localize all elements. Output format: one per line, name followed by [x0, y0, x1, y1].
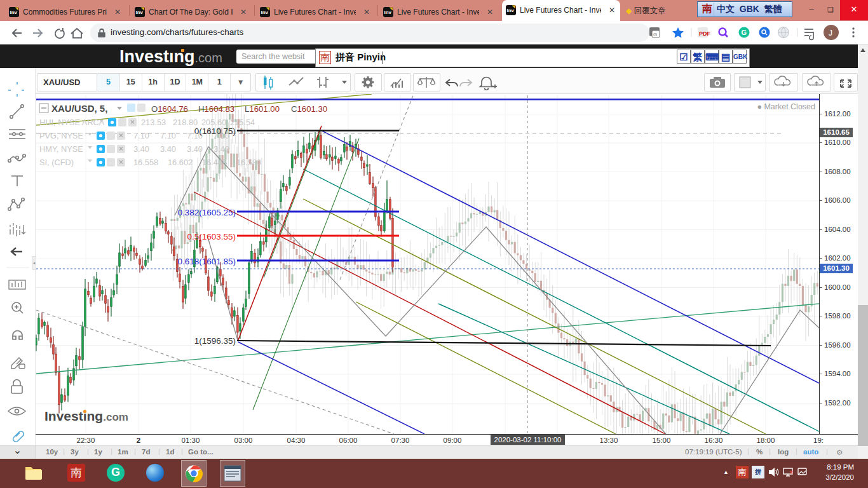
svg-text:7.10: 7.10	[187, 131, 203, 140]
svg-text:3.40: 3.40	[214, 144, 229, 154]
svg-text:● Market Closed: ● Market Closed	[757, 102, 815, 111]
svg-text:205.60: 205.60	[201, 118, 226, 127]
svg-text:3.40: 3.40	[187, 144, 203, 154]
svg-text:16.580: 16.580	[236, 158, 261, 167]
svg-text:J: J	[829, 29, 832, 37]
svg-text:218.80: 218.80	[173, 118, 198, 127]
svg-text:PDF: PDF	[699, 30, 711, 37]
svg-text:7.10: 7.10	[160, 131, 176, 140]
svg-text:C1601.30: C1601.30	[291, 104, 327, 114]
svg-text:SI, (CFD): SI, (CFD)	[39, 158, 74, 167]
svg-text:Investıng.com: Investıng.com	[44, 409, 128, 423]
svg-text:G: G	[653, 32, 657, 37]
svg-text:G: G	[742, 29, 747, 36]
svg-text:16.558: 16.558	[133, 158, 158, 167]
svg-text:✕: ✕	[789, 470, 794, 475]
svg-text:3.40: 3.40	[160, 144, 176, 154]
svg-text:PVG, NYSE: PVG, NYSE	[39, 131, 83, 140]
svg-text:XAU/USD, 5,: XAU/USD, 5,	[51, 103, 107, 114]
svg-text:O1604.76: O1604.76	[151, 104, 188, 114]
svg-text:0.382(1605.25): 0.382(1605.25)	[177, 208, 236, 217]
svg-text:H1604.83: H1604.83	[198, 104, 234, 114]
svg-text:L1601.00: L1601.00	[245, 104, 280, 114]
svg-text:7.10: 7.10	[133, 131, 149, 140]
svg-text:HMY, NYSE: HMY, NYSE	[39, 144, 83, 154]
svg-text:0.618(1601.85): 0.618(1601.85)	[177, 257, 236, 266]
svg-text:7.10: 7.10	[214, 131, 229, 140]
svg-text:1(1596.35): 1(1596.35)	[194, 336, 236, 346]
svg-text:0.5(1603.55): 0.5(1603.55)	[187, 232, 236, 241]
svg-text:16.445: 16.445	[202, 158, 227, 167]
svg-text:215.54: 215.54	[230, 118, 255, 127]
svg-text:3.40: 3.40	[133, 144, 149, 154]
svg-text:213.53: 213.53	[141, 118, 166, 127]
svg-text:16.602: 16.602	[168, 158, 193, 167]
svg-text:HUI, NYSE ARCA: HUI, NYSE ARCA	[39, 118, 105, 127]
